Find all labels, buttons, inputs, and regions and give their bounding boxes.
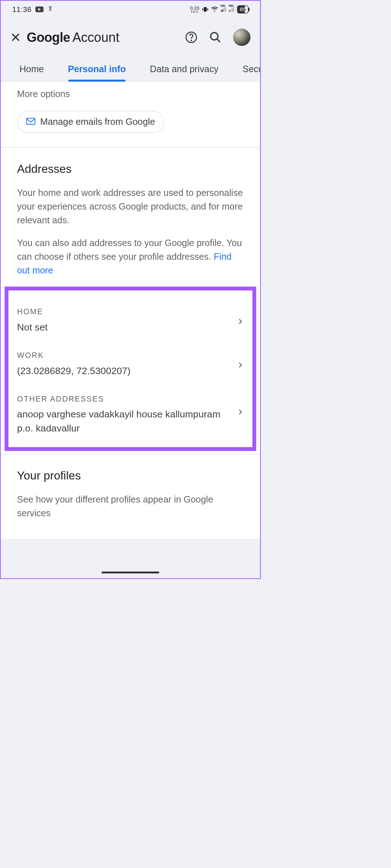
address-label: WORK [17,351,227,360]
wifi-icon [211,6,218,12]
tab-security[interactable]: Security [230,57,260,82]
tab-data-privacy[interactable]: Data and privacy [138,57,230,82]
tab-home[interactable]: Home [8,57,56,82]
address-label: HOME [17,307,227,316]
svg-rect-13 [27,118,35,124]
svg-rect-6 [229,10,230,12]
addresses-desc-1: Your home and work addresses are used to… [17,186,243,227]
mail-icon [26,117,35,127]
close-icon[interactable] [10,32,21,43]
svg-rect-7 [230,9,231,12]
svg-point-11 [191,40,192,41]
svg-rect-5 [225,7,226,12]
profiles-title: Your profiles [17,469,243,482]
address-value: Not set [17,320,227,334]
address-label: OTHER ADDRESSES [17,394,227,403]
gesture-handle[interactable] [101,571,159,573]
chevron-right-icon [237,318,244,325]
more-options-title: More options [17,89,243,100]
page-title: Google Account [27,30,179,45]
svg-rect-4 [223,8,224,12]
netspeed-indicator: 0.20 KB/S [190,5,199,13]
manage-emails-label: Manage emails from Google [40,117,155,127]
address-value: (23.0286829, 72.5300207) [17,364,227,378]
addresses-title: Addresses [17,162,243,176]
profiles-desc: See how your different profiles appear i… [17,492,243,520]
addresses-list-highlight: HOME Not set WORK (23.0286829, 72.530020… [5,286,256,451]
status-bar: 11:36 0.20 KB/S HD HD 85 [1,1,260,18]
address-row-work[interactable]: WORK (23.0286829, 72.5300207) [17,343,243,387]
address-row-other[interactable]: OTHER ADDRESSES anoop varghese vadakkayi… [17,387,243,437]
battery-indicator: 85 [237,5,249,14]
tab-bar: Home Personal info Data and privacy Secu… [1,57,260,82]
address-value: anoop varghese vadakkayil house kallumpu… [17,407,227,435]
manage-emails-button[interactable]: Manage emails from Google [17,111,164,133]
signal-sim2-icon: HD [229,7,234,12]
download-icon [47,6,53,13]
status-time: 11:36 [12,5,31,14]
address-row-home[interactable]: HOME Not set [17,300,243,344]
profiles-section: Your profiles See how your different pro… [1,454,260,539]
svg-rect-9 [233,7,234,12]
svg-point-12 [211,32,218,40]
addresses-desc-2: You can also add addresses to your Googl… [17,236,243,277]
svg-rect-1 [204,7,207,12]
signal-sim1-icon: HD [220,7,226,12]
svg-point-0 [49,6,51,8]
svg-rect-8 [232,8,233,12]
svg-rect-3 [222,9,223,12]
more-options-section: More options Manage emails from Google [1,82,260,148]
chevron-right-icon [237,408,244,416]
search-icon[interactable] [209,31,222,44]
vibrate-icon [202,6,208,13]
avatar[interactable] [233,29,250,46]
chevron-right-icon [237,361,244,369]
addresses-section: Addresses Your home and work addresses a… [1,148,260,278]
tab-personal-info[interactable]: Personal info [56,57,138,82]
svg-rect-2 [220,10,221,12]
app-header: Google Account [1,18,260,57]
help-icon[interactable] [185,31,198,44]
youtube-notif-icon [35,6,44,12]
